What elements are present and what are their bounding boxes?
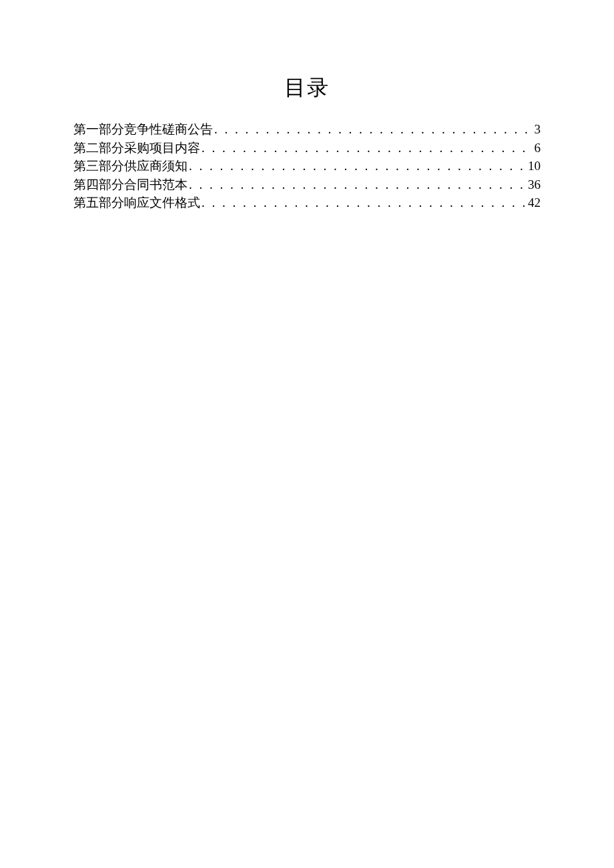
toc-entry: 第四部分合同书范本 36 — [73, 175, 541, 194]
toc-entry: 第二部分采购项目内容 6 — [73, 139, 541, 157]
toc-entry: 第一部分竞争性磋商公告 3 — [73, 120, 541, 139]
toc-entry: 第三部分供应商须知 10 — [73, 157, 541, 175]
toc-entry: 第五部分响应文件格式 42 — [73, 193, 541, 212]
toc-label: 第四部分合同书范本 — [73, 175, 188, 194]
toc-page-number: 42 — [528, 193, 541, 212]
toc-page-number: 6 — [535, 139, 541, 157]
toc-page-number: 3 — [535, 120, 541, 139]
page-title: 目录 — [73, 73, 541, 103]
toc-label: 第二部分采购项目内容 — [73, 139, 200, 157]
toc-label: 第三部分供应商须知 — [73, 157, 188, 175]
table-of-contents: 第一部分竞争性磋商公告 3 第二部分采购项目内容 6 第三部分供应商须知 10 … — [73, 120, 541, 212]
toc-leader-dots — [202, 193, 527, 212]
toc-page-number: 36 — [528, 175, 541, 194]
toc-label: 第一部分竞争性磋商公告 — [73, 120, 213, 139]
toc-leader-dots — [214, 120, 533, 139]
toc-page-number: 10 — [528, 157, 541, 175]
toc-leader-dots — [189, 157, 527, 175]
toc-leader-dots — [189, 175, 527, 194]
toc-leader-dots — [202, 139, 533, 157]
toc-label: 第五部分响应文件格式 — [73, 193, 200, 212]
